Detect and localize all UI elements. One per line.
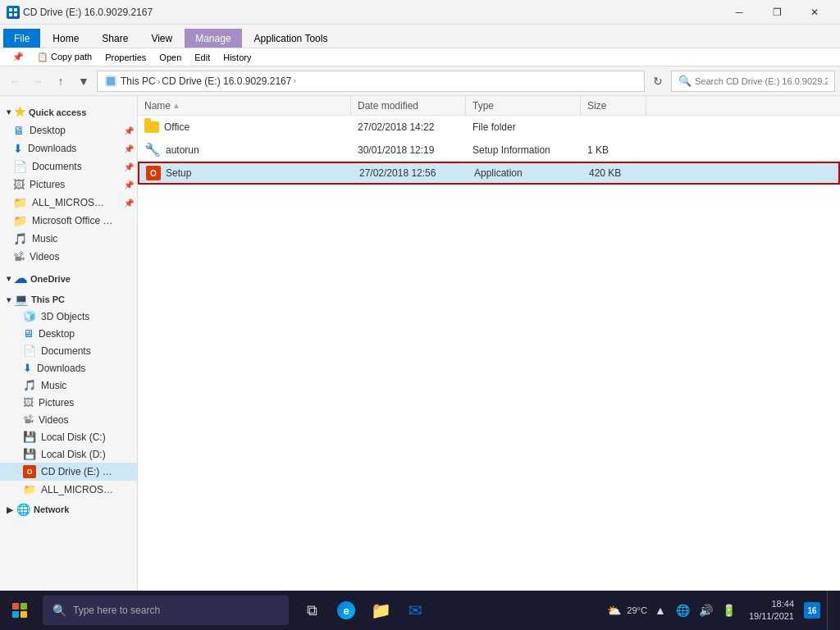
sidebar-item-cddrive[interactable]: O CD Drive (E:) 16.0.9…: [0, 463, 137, 481]
file-name-autorun: 🔧 autorun: [138, 139, 351, 161]
network-section[interactable]: ▶ 🌐 Network: [0, 498, 137, 518]
address-bar[interactable]: This PC › CD Drive (E:) 16.0.9029.2167 ›: [97, 71, 645, 92]
sidebar-item-3dobjects[interactable]: 🧊 3D Objects: [0, 308, 137, 325]
sidebar-item-pictures[interactable]: 🖼 Pictures 📌: [0, 176, 137, 194]
file-row-setup[interactable]: O Setup 27/02/2018 12:56 Application 420…: [138, 162, 840, 185]
svg-rect-3: [14, 13, 17, 16]
allmicrosoft2-label: ALL_MICROSOFT_O…: [41, 484, 115, 495]
address-thispc: This PC: [121, 75, 156, 87]
volume-icon[interactable]: 🔊: [696, 600, 716, 620]
search-bar[interactable]: 🔍: [671, 71, 835, 92]
recent-locations-button[interactable]: ▼: [74, 71, 94, 91]
taskbar-system-tray: ⛅ 29°C ▲ 🌐 🔊 🔋 18:44 19/11/2021 16: [597, 591, 827, 630]
file-size-setup: 420 KB: [582, 163, 648, 183]
file-row-office[interactable]: Office 27/02/2018 14:22 File folder: [138, 116, 840, 139]
sidebar-downloads-label: Downloads: [28, 143, 76, 154]
sidebar-item-pictures2[interactable]: 🖼 Pictures: [0, 394, 137, 411]
sidebar-item-documents2[interactable]: 📄 Documents: [0, 342, 137, 359]
forward-button[interactable]: →: [28, 71, 48, 91]
taskbar-clock[interactable]: 18:44 19/11/2021: [742, 598, 801, 623]
sidebar-item-videos2[interactable]: 📽 Videos: [0, 411, 137, 428]
file-name-setup: O Setup: [139, 163, 353, 183]
sidebar-item-videos[interactable]: 📽 Videos: [0, 248, 137, 266]
toolbar-open-btn[interactable]: Open: [153, 50, 187, 65]
header-size[interactable]: Size: [581, 96, 646, 115]
minimize-button[interactable]: ─: [720, 0, 758, 25]
toolbar-copy-path-btn[interactable]: 📋 Copy path: [31, 49, 98, 65]
sidebar-documents-label: Documents: [32, 161, 82, 172]
network-tray-icon[interactable]: 🌐: [673, 600, 693, 620]
taskbar-taskview[interactable]: ⧉: [295, 591, 328, 630]
taskbar-search-box[interactable]: 🔍 Type here to search: [43, 596, 289, 625]
up-button[interactable]: ↑: [51, 71, 71, 91]
sidebar-item-documents[interactable]: 📄 Documents 📌: [0, 158, 137, 176]
toolbar-pin-btn[interactable]: 📌: [7, 49, 30, 65]
toolbar-history-btn[interactable]: History: [217, 50, 257, 65]
downloads2-icon: ⬇: [23, 362, 32, 374]
onedrive-arrow: ▾: [7, 274, 11, 283]
header-name[interactable]: Name ▲: [138, 96, 351, 115]
sidebar-item-localdiskd[interactable]: 💾 Local Disk (D:): [0, 445, 137, 463]
sidebar-item-msoffice[interactable]: 📁 Microsoft Office 20…: [0, 212, 137, 230]
close-button[interactable]: ✕: [796, 0, 833, 25]
header-type[interactable]: Type: [466, 96, 581, 115]
toolbar-edit-btn[interactable]: Edit: [189, 50, 216, 65]
sidebar-item-music[interactable]: 🎵 Music: [0, 230, 137, 248]
show-hidden-icons[interactable]: ▲: [651, 600, 670, 620]
pictures-icon: 🖼: [13, 178, 25, 191]
taskbar-edge[interactable]: e: [330, 591, 363, 630]
edge-icon: e: [337, 601, 355, 619]
tab-manage[interactable]: Manage: [185, 29, 241, 48]
weather-icon[interactable]: ⛅: [604, 600, 623, 620]
notification-badge[interactable]: 16: [804, 602, 820, 619]
sidebar-item-allmicrosoft[interactable]: 📁 ALL_MICROSOFT… 📌: [0, 194, 137, 212]
search-icon: 🔍: [678, 75, 692, 87]
cddrive-icon: O: [23, 465, 36, 478]
downloads-icon: ⬇: [13, 142, 23, 155]
file-name-office: Office: [138, 116, 351, 138]
sidebar-item-downloads2[interactable]: ⬇ Downloads: [0, 359, 137, 377]
start-button[interactable]: [0, 591, 39, 630]
network-icon: 🌐: [16, 503, 30, 516]
documents-icon: 📄: [13, 160, 27, 173]
file-row-autorun[interactable]: 🔧 autorun 30/01/2018 12:19 Setup Informa…: [138, 139, 840, 162]
onedrive-section[interactable]: ▾ ☁ OneDrive: [0, 266, 137, 288]
weather-temp: 29°C: [627, 605, 647, 615]
thispc-icon: 💻: [14, 293, 28, 306]
tab-file[interactable]: File: [3, 29, 40, 48]
taskbar-explorer[interactable]: 📁: [364, 591, 397, 630]
clock-time: 18:44: [749, 598, 794, 610]
sidebar-item-allmicrosoft2[interactable]: 📁 ALL_MICROSOFT_O…: [0, 481, 137, 498]
sidebar-msoffice-label: Microsoft Office 20…: [32, 215, 114, 226]
main-layout: ▾ ★ Quick access 🖥 Desktop 📌 ⬇ Downloads…: [0, 96, 840, 606]
tab-application-tools[interactable]: Application Tools: [244, 29, 339, 48]
tab-share[interactable]: Share: [91, 29, 139, 48]
battery-icon[interactable]: 🔋: [719, 600, 739, 620]
3dobjects-label: 3D Objects: [41, 311, 89, 322]
file-list-header: Name ▲ Date modified Type Size: [138, 96, 840, 116]
explorer-icon: 📁: [371, 600, 391, 620]
quickaccess-label: Quick access: [29, 107, 86, 117]
back-button[interactable]: ←: [5, 71, 25, 91]
tab-view[interactable]: View: [140, 29, 183, 48]
search-input[interactable]: [695, 76, 828, 86]
file-date-office: 27/02/2018 14:22: [351, 116, 466, 138]
taskbar: 🔍 Type here to search ⧉ e 📁 ✉ ⛅ 29°C ▲ 🌐…: [0, 591, 840, 630]
sidebar-item-desktop2[interactable]: 🖥 Desktop: [0, 325, 137, 342]
restore-button[interactable]: ❐: [758, 0, 796, 25]
sidebar-item-localdiskc[interactable]: 💾 Local Disk (C:): [0, 428, 137, 445]
sidebar-item-desktop[interactable]: 🖥 Desktop 📌: [0, 121, 137, 139]
quickaccess-section[interactable]: ▾ ★ Quick access: [0, 99, 137, 121]
thispc-section[interactable]: ▾ 💻 This PC: [0, 288, 137, 308]
show-desktop-button[interactable]: [827, 591, 840, 630]
tab-home[interactable]: Home: [42, 29, 89, 48]
pin-icon5: 📌: [124, 199, 134, 208]
sidebar-item-music2[interactable]: 🎵 Music: [0, 377, 137, 394]
header-date[interactable]: Date modified: [351, 96, 466, 115]
refresh-button[interactable]: ↻: [648, 71, 668, 91]
toolbar-properties-btn[interactable]: Properties: [99, 50, 152, 65]
sidebar-item-downloads[interactable]: ⬇ Downloads 📌: [0, 139, 137, 158]
3dobjects-icon: 🧊: [23, 310, 36, 322]
taskbar-mail[interactable]: ✉: [399, 591, 431, 630]
pin-icon4: 📌: [124, 180, 134, 189]
